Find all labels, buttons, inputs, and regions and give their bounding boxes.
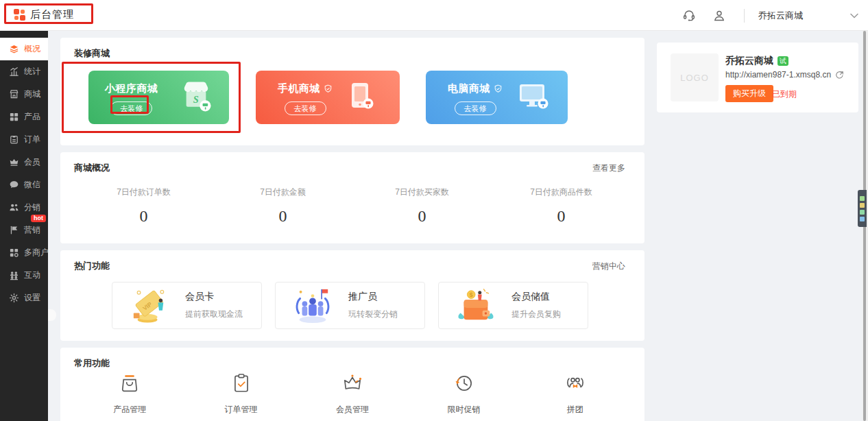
order-clipboard-icon xyxy=(230,372,252,394)
sidebar-item-interaction[interactable]: 互动 xyxy=(0,264,48,287)
header-divider xyxy=(744,9,745,23)
member-card-illustration: VIP xyxy=(129,287,170,325)
member-card-card[interactable]: VIP 会员卡 提前获取现金流 xyxy=(112,282,262,329)
stat-paid-amount: 7日付款金额 0 xyxy=(213,187,352,226)
promoter-illustration xyxy=(292,287,333,325)
stat-paid-items: 7日付款商品件数 0 xyxy=(492,187,631,226)
wechat-icon xyxy=(9,180,19,190)
common-item-order-management[interactable]: 订单管理 xyxy=(185,372,296,416)
current-store-name[interactable]: 乔拓云商城 xyxy=(758,10,849,22)
decorate-mall-panel: 装修商城 小程序商城 去装修 S 手机商城 去装修 xyxy=(60,38,644,145)
sidebar-item-wechat[interactable]: 微信 xyxy=(0,173,48,196)
app-logo[interactable]: 后台管理 xyxy=(14,8,74,21)
floating-side-widget[interactable] xyxy=(858,190,867,227)
crown-icon xyxy=(9,157,19,167)
sidebar-item-overview[interactable]: 概况 xyxy=(0,38,48,60)
external-link-icon[interactable] xyxy=(835,71,844,80)
mobile-mall-title: 手机商城 xyxy=(278,82,320,95)
customer-service-icon[interactable] xyxy=(674,8,704,23)
promoter-subtitle: 玩转裂变分销 xyxy=(348,309,398,320)
common-item-product-management[interactable]: 产品管理 xyxy=(74,372,185,416)
sidebar-collapse-handle[interactable] xyxy=(48,309,56,321)
decorate-button-pc[interactable]: 去装修 xyxy=(455,101,496,115)
stored-value-title: 会员储值 xyxy=(511,291,561,303)
upgrade-button[interactable]: 购买升级 xyxy=(725,85,773,102)
decorate-button-mobile[interactable]: 去装修 xyxy=(285,101,326,115)
common-item-flash-sale[interactable]: 限时促销 xyxy=(408,372,519,416)
member-card-title: 会员卡 xyxy=(185,291,243,303)
common-item-member-management[interactable]: 会员管理 xyxy=(297,372,408,416)
flag-icon xyxy=(9,225,19,235)
sidebar-item-products[interactable]: 产品 xyxy=(0,106,48,128)
sidebar-item-members[interactable]: 会员 xyxy=(0,151,48,173)
view-more-link[interactable]: 查看更多 xyxy=(592,163,625,174)
promoter-card[interactable]: 推广员 玩转裂变分销 xyxy=(275,282,425,329)
hot-functions-panel: 热门功能 营销中心 VIP 会员卡 提前获取现金流 xyxy=(60,250,644,341)
sidebar-item-mall[interactable]: 商城 xyxy=(0,83,48,106)
promoter-title: 推广员 xyxy=(348,291,398,303)
top-header: 后台管理 乔拓云商城 xyxy=(0,0,868,31)
store-logo-placeholder[interactable]: LOGO xyxy=(671,53,719,101)
sidebar-nav: 概况 统计 商城 产品 订单 会员 微信 分销 营销 hot 多商户 互动 xyxy=(0,31,48,421)
sidebar-item-multi-merchant[interactable]: 多商户 xyxy=(0,241,48,264)
clipboard-icon xyxy=(9,134,19,145)
decorate-button-mini-program[interactable]: 去装修 xyxy=(110,101,152,115)
section-title-decorate: 装修商城 xyxy=(74,47,110,60)
countdown-clock-icon xyxy=(453,372,474,394)
store-name: 乔拓云商城 xyxy=(725,55,773,67)
stored-value-illustration: $ xyxy=(455,287,496,325)
section-title-common: 常用功能 xyxy=(74,357,110,370)
stat-paid-buyers: 7日付款买家数 0 xyxy=(352,187,492,226)
mini-program-store-icon: S xyxy=(181,80,211,115)
layers-icon xyxy=(9,44,19,54)
shield-check-icon xyxy=(494,84,503,93)
multi-store-icon xyxy=(9,248,19,258)
mobile-phone-icon xyxy=(349,82,374,113)
sidebar-item-marketing[interactable]: 营销 hot xyxy=(0,219,48,241)
storefront-icon xyxy=(9,89,19,99)
stat-paid-orders: 7日付款订单数 0 xyxy=(74,187,213,226)
pc-mall-title: 电脑商城 xyxy=(448,82,490,95)
member-crown-icon xyxy=(341,372,363,394)
stored-value-card[interactable]: $ 会员储值 提升会员复购 xyxy=(438,282,588,329)
grid-icon xyxy=(9,112,19,122)
pc-mall-card[interactable]: 电脑商城 去装修 xyxy=(426,71,568,124)
app-title: 后台管理 xyxy=(30,8,74,21)
store-info-panel: LOGO 乔拓云商城 试 http://xiamen987-1.xmsq8.cn… xyxy=(657,43,858,112)
expired-status: 已到期 xyxy=(772,88,797,100)
mall-overview-panel: 商城概况 查看更多 7日付款订单数 0 7日付款金额 0 7日付款买家数 0 7… xyxy=(60,152,644,243)
mini-program-mall-title: 小程序商城 xyxy=(105,82,158,95)
desktop-monitor-icon xyxy=(518,83,548,112)
shield-check-icon xyxy=(324,84,333,93)
gear-icon xyxy=(9,293,19,303)
stored-value-subtitle: 提升会员复购 xyxy=(511,309,561,320)
marketing-center-link[interactable]: 营销中心 xyxy=(592,261,625,272)
hot-badge: hot xyxy=(31,215,46,222)
store-url[interactable]: http://xiamen987-1.xmsq8.cn xyxy=(725,70,831,80)
sidebar-item-stats[interactable]: 统计 xyxy=(0,60,48,83)
chevron-down-icon[interactable] xyxy=(850,13,858,19)
trial-badge: 试 xyxy=(777,56,788,66)
section-title-overview: 商城概况 xyxy=(74,162,110,174)
two-users-icon xyxy=(9,202,19,213)
mini-program-mall-card[interactable]: 小程序商城 去装修 S xyxy=(88,71,229,124)
svg-text:S: S xyxy=(193,94,199,105)
shopping-bag-icon xyxy=(119,372,141,394)
group-buy-icon xyxy=(564,372,586,394)
common-item-group-buy[interactable]: 拼团 xyxy=(520,372,631,416)
sidebar-item-settings[interactable]: 设置 xyxy=(0,287,48,309)
section-title-hot: 热门功能 xyxy=(74,260,110,272)
common-functions-panel: 常用功能 产品管理 订单管理 会员管理 xyxy=(60,348,644,421)
app-logo-icon xyxy=(14,9,25,21)
chart-icon xyxy=(9,67,19,77)
svg-text:$: $ xyxy=(470,291,473,298)
mobile-mall-card[interactable]: 手机商城 去装修 xyxy=(256,71,400,124)
member-card-subtitle: 提前获取现金流 xyxy=(185,309,243,320)
group-icon xyxy=(9,270,19,280)
user-account-icon[interactable] xyxy=(704,9,734,23)
sidebar-item-orders[interactable]: 订单 xyxy=(0,128,48,151)
